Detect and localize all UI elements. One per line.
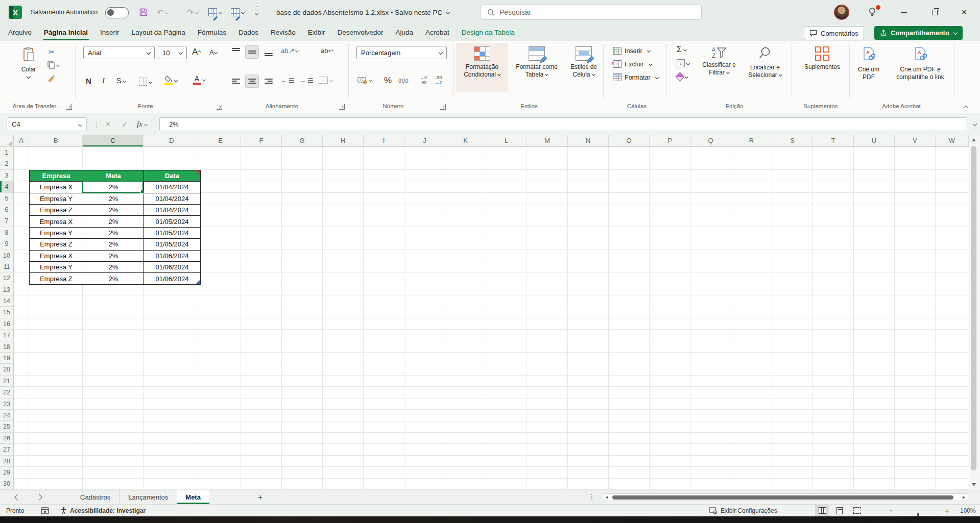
chevron-down-icon[interactable] xyxy=(123,79,126,82)
row-header-6[interactable]: 6 xyxy=(0,204,14,215)
column-header-S[interactable]: S xyxy=(772,135,813,147)
row-header-2[interactable]: 2 xyxy=(0,158,14,169)
row-header-22[interactable]: 22 xyxy=(0,387,14,398)
ribbon-tab-fórmulas[interactable]: Fórmulas xyxy=(192,24,232,41)
chevron-down-icon[interactable] xyxy=(683,47,687,51)
fill-handle[interactable] xyxy=(140,190,145,194)
ribbon-tab-arquivo[interactable]: Arquivo xyxy=(2,24,38,41)
table-header-cell[interactable]: Empresa xyxy=(30,170,83,182)
scroll-down-icon[interactable] xyxy=(972,483,976,486)
create-share-pdf-button[interactable]: A Crie um PDF e compartilhe o link xyxy=(888,43,953,92)
table-cell[interactable]: 01/05/2024 xyxy=(144,239,201,250)
customize-qat-button[interactable] xyxy=(255,0,258,24)
underline-button[interactable]: S xyxy=(116,77,126,85)
ribbon-tab-desenvolvedor[interactable]: Desenvolvedor xyxy=(331,24,390,41)
table-cell[interactable]: 2% xyxy=(83,228,144,239)
sheet-tab-meta[interactable]: Meta xyxy=(177,490,209,504)
table-cell[interactable]: 2% xyxy=(83,262,144,273)
row-header-17[interactable]: 17 xyxy=(0,330,14,341)
ribbon-tab-dados[interactable]: Dados xyxy=(232,24,265,41)
chevron-down-icon[interactable] xyxy=(144,122,148,126)
insert-cells-button[interactable]: Inserir xyxy=(613,47,650,55)
display-settings-button[interactable]: Exibir Configurações xyxy=(709,505,777,516)
avatar[interactable] xyxy=(834,5,849,20)
row-header-23[interactable]: 23 xyxy=(0,399,14,410)
column-header-Q[interactable]: Q xyxy=(690,135,731,147)
comments-button[interactable]: Comentários xyxy=(804,26,864,40)
column-header-V[interactable]: V xyxy=(895,135,936,147)
fill-color-button[interactable] xyxy=(164,76,177,85)
ribbon-tab-inserir[interactable]: Inserir xyxy=(94,24,126,41)
font-size-select[interactable]: 10 xyxy=(158,46,187,59)
cell-styles-button[interactable]: Estilos de Célula xyxy=(565,43,603,92)
align-center-button[interactable] xyxy=(245,74,259,88)
chevron-down-icon[interactable] xyxy=(369,79,372,82)
format-as-table-button[interactable]: Formatar como Tabela xyxy=(510,43,564,92)
table-cell[interactable]: Empresa X xyxy=(30,182,83,193)
wrap-text-button[interactable]: ab↩ xyxy=(321,47,333,55)
decrease-indent-button[interactable]: ← xyxy=(280,77,294,84)
font-color-button[interactable]: A xyxy=(193,74,205,85)
table-cell[interactable]: 01/04/2024 xyxy=(144,193,201,205)
horizontal-scrollbar[interactable] xyxy=(602,493,969,501)
undo-button[interactable]: ↶ xyxy=(157,0,168,24)
merge-center-button[interactable]: ↔ xyxy=(319,77,332,84)
italic-button[interactable]: I xyxy=(102,77,105,85)
table-resize-handle[interactable] xyxy=(196,280,200,284)
normal-view-button[interactable] xyxy=(815,505,829,516)
search-input[interactable]: Pesquisar xyxy=(481,5,702,20)
row-header-8[interactable]: 8 xyxy=(0,227,14,238)
ribbon-tab-página-inicial[interactable]: Página Inicial xyxy=(38,24,94,41)
alignment-dialog-launcher-icon[interactable] xyxy=(339,104,345,110)
table-cell[interactable]: 01/05/2024 xyxy=(144,216,201,227)
column-header-T[interactable]: T xyxy=(813,135,854,147)
table-cell[interactable]: Empresa X xyxy=(30,251,83,262)
undo-dropdown-icon[interactable] xyxy=(165,10,169,14)
horizontal-scroll-thumb[interactable] xyxy=(612,495,953,500)
percent-style-button[interactable]: % xyxy=(384,76,392,86)
qat-table-tool-1[interactable] xyxy=(208,0,222,24)
chevron-down-icon[interactable] xyxy=(295,49,299,53)
row-header-4[interactable]: 4 xyxy=(0,181,14,192)
align-right-button[interactable] xyxy=(261,74,275,88)
page-layout-view-button[interactable] xyxy=(832,505,847,516)
table-cell[interactable]: 2% xyxy=(83,216,144,227)
scroll-up-icon[interactable] xyxy=(972,138,976,141)
align-left-button[interactable] xyxy=(229,74,243,88)
number-dialog-launcher-icon[interactable] xyxy=(440,104,446,110)
sheet-tab-cadastros[interactable]: Cadastros xyxy=(71,490,119,504)
row-header-3[interactable]: 3 xyxy=(0,170,14,181)
add-sheet-button[interactable]: + xyxy=(258,490,262,504)
format-painter-button[interactable] xyxy=(47,74,56,82)
vertical-scrollbar[interactable] xyxy=(969,135,978,490)
font-dialog-launcher-icon[interactable] xyxy=(217,104,222,110)
number-format-select[interactable]: Porcentagem xyxy=(356,46,447,59)
format-cells-button[interactable]: Formatar xyxy=(613,73,658,81)
increase-decimal-button[interactable]: ←0.00 xyxy=(420,76,427,85)
chevron-down-icon[interactable] xyxy=(149,80,152,83)
find-select-button[interactable]: Localizar e Selecionar xyxy=(742,43,788,92)
column-header-C[interactable]: C xyxy=(83,135,144,147)
font-name-select[interactable]: Arial xyxy=(83,46,155,59)
column-header-R[interactable]: R xyxy=(731,135,772,147)
row-header-16[interactable]: 16 xyxy=(0,318,14,330)
row-header-18[interactable]: 18 xyxy=(0,341,14,353)
redo-dropdown-icon[interactable] xyxy=(195,10,199,14)
addins-button[interactable]: Suplementos xyxy=(798,43,847,92)
minimize-button[interactable] xyxy=(893,0,915,24)
table-cell[interactable]: 2% xyxy=(83,273,144,284)
row-header-14[interactable]: 14 xyxy=(0,295,14,307)
table-cell[interactable]: 01/05/2024 xyxy=(144,228,201,239)
row-header-28[interactable]: 28 xyxy=(0,456,14,467)
close-button[interactable]: × xyxy=(953,0,975,24)
accounting-format-button[interactable] xyxy=(357,77,372,84)
row-header-15[interactable]: 15 xyxy=(0,307,14,318)
next-sheet-icon[interactable] xyxy=(36,494,42,501)
excel-logo-icon[interactable]: X xyxy=(9,6,22,19)
dropdown-icon[interactable] xyxy=(219,10,222,14)
row-header-29[interactable]: 29 xyxy=(0,467,14,478)
namebox-drag-handle[interactable]: ⋮ xyxy=(93,117,100,131)
restore-button[interactable] xyxy=(923,0,946,24)
column-header-H[interactable]: H xyxy=(323,135,364,147)
zoom-out-button[interactable]: − xyxy=(889,505,893,516)
